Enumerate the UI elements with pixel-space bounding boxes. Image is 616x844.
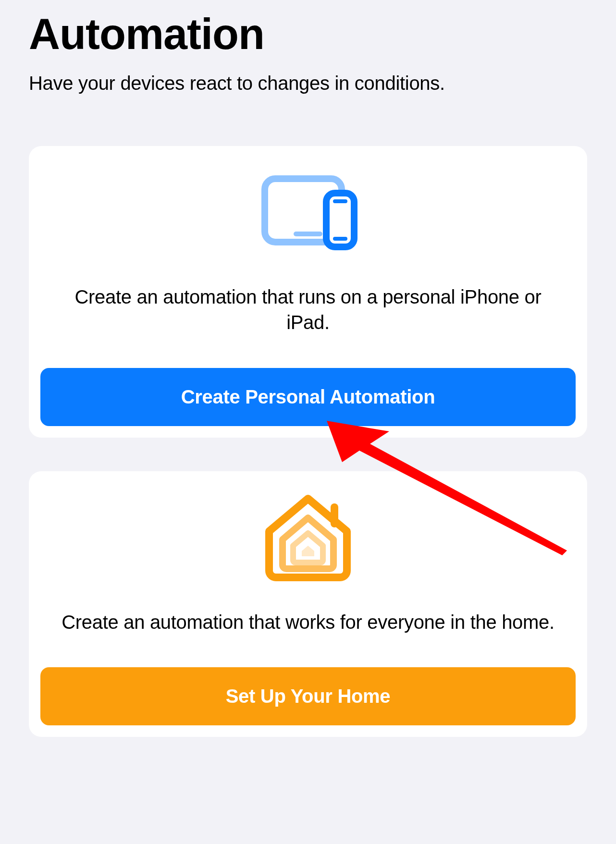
page-subtitle: Have your devices react to changes in co… [29, 73, 587, 94]
personal-automation-card: Create an automation that runs on a pers… [29, 146, 587, 438]
create-personal-automation-button[interactable]: Create Personal Automation [40, 368, 576, 426]
home-icon [255, 500, 361, 577]
ipad-iphone-icon [255, 175, 361, 252]
page-title: Automation [29, 10, 587, 59]
personal-automation-description: Create an automation that runs on a pers… [53, 284, 563, 335]
home-automation-card: Create an automation that works for ever… [29, 471, 587, 737]
set-up-home-button[interactable]: Set Up Your Home [40, 667, 576, 725]
home-automation-description: Create an automation that works for ever… [62, 610, 554, 635]
